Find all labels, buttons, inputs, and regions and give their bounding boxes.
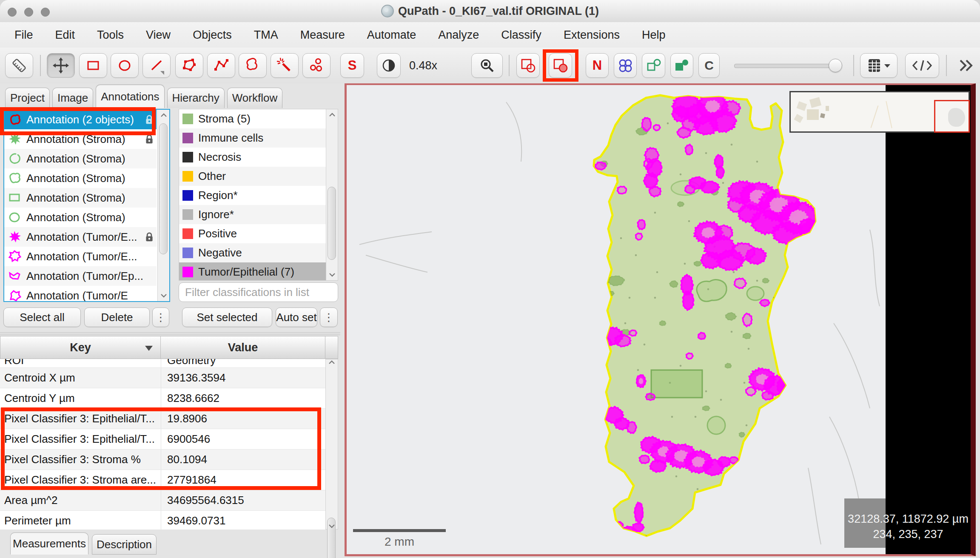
class-item[interactable]: Negative xyxy=(179,243,326,262)
annotation-item[interactable]: Annotation (Tumor/E... xyxy=(4,227,157,247)
show-annotations-button[interactable] xyxy=(516,53,540,78)
measurement-row[interactable]: Centroid X µm39136.3594 xyxy=(0,368,325,388)
green-rectangle-icon xyxy=(8,191,22,205)
class-item[interactable]: Stroma (5) xyxy=(179,109,326,128)
key-column-header[interactable]: Key xyxy=(0,336,161,359)
measurement-row[interactable]: ROIGeometry xyxy=(0,359,325,368)
brush-tool-button[interactable] xyxy=(239,53,267,78)
detection-boundaries-icon xyxy=(644,56,663,75)
names-label: N xyxy=(593,58,602,73)
measurement-row[interactable]: Centroid Y µm8238.6662 xyxy=(0,388,325,409)
code-icon xyxy=(911,57,933,74)
selection-mode-button[interactable]: S xyxy=(340,53,364,78)
green-blob-icon xyxy=(8,171,22,185)
measure-tool-button[interactable] xyxy=(5,53,33,78)
show-classification-button[interactable]: C xyxy=(698,53,720,78)
wand-tool-button[interactable] xyxy=(271,53,299,78)
menu-tools[interactable]: Tools xyxy=(97,28,124,42)
polyline-tool-button[interactable] xyxy=(207,53,235,78)
menu-automate[interactable]: Automate xyxy=(367,28,416,42)
close-window-button[interactable] xyxy=(8,8,17,17)
class-item[interactable]: Other xyxy=(179,167,326,186)
class-item[interactable]: Necrosis xyxy=(179,148,326,167)
panel-splitter[interactable] xyxy=(0,332,340,335)
menu-measure[interactable]: Measure xyxy=(300,28,345,42)
opacity-slider-thumb[interactable] xyxy=(829,59,842,72)
class-item[interactable]: Tumor/Epithelial (7) xyxy=(179,262,326,281)
rectangle-tool-button[interactable] xyxy=(79,53,107,78)
class-item[interactable]: Region* xyxy=(179,186,326,205)
class-color-chip xyxy=(182,114,193,124)
scale-bar-label: 2 mm xyxy=(353,535,446,549)
toolbar-overflow-button[interactable] xyxy=(956,56,975,77)
zoom-to-fit-button[interactable] xyxy=(471,53,503,78)
menu-objects[interactable]: Objects xyxy=(193,28,232,42)
tab-annotations[interactable]: Annotations xyxy=(96,85,164,108)
image-viewer[interactable]: 2 mm 32128.37, 11872.92 µm 234, 235, 237 xyxy=(345,83,976,556)
measurement-row[interactable]: Perimeter µm39469.0731 xyxy=(0,511,325,530)
menu-edit[interactable]: Edit xyxy=(55,28,75,42)
menu-view[interactable]: View xyxy=(146,28,171,42)
tab-measurements[interactable]: Measurements xyxy=(10,532,88,555)
annotation-more-button[interactable]: ⋮ xyxy=(152,307,169,327)
class-item[interactable]: Ignore* xyxy=(179,205,326,224)
set-selected-button[interactable]: Set selected xyxy=(182,307,272,327)
class-more-button[interactable]: ⋮ xyxy=(320,307,338,327)
class-filter-input[interactable] xyxy=(179,283,338,302)
tab-workflow[interactable]: Workflow xyxy=(227,88,282,108)
show-names-button[interactable]: N xyxy=(586,53,609,78)
tab-description[interactable]: Description xyxy=(92,534,157,555)
show-detections-button[interactable] xyxy=(614,53,637,78)
toolbar: S 0.48x N C xyxy=(0,48,980,84)
menu-analyze[interactable]: Analyze xyxy=(438,28,479,42)
ellipse-tool-button[interactable] xyxy=(111,53,139,78)
annotation-item[interactable]: Annotation (Stroma) xyxy=(4,208,157,227)
detection-boundaries-button[interactable] xyxy=(642,53,665,78)
menu-classify[interactable]: Classify xyxy=(501,28,541,42)
lock-icon xyxy=(144,231,155,242)
line-tool-button[interactable] xyxy=(142,53,171,78)
points-tool-button[interactable] xyxy=(302,53,330,78)
annotation-item[interactable]: Annotation (Stroma) xyxy=(4,188,157,208)
tissue-overlay xyxy=(347,85,971,554)
menu-help[interactable]: Help xyxy=(642,28,666,42)
zoom-window-button[interactable] xyxy=(41,8,50,17)
annotation-item[interactable]: Annotation (Tumor/E... xyxy=(4,247,157,266)
menu-file[interactable]: File xyxy=(14,28,33,42)
tab-hierarchy[interactable]: Hierarchy xyxy=(167,88,225,108)
class-color-chip xyxy=(182,171,193,182)
annotation-item[interactable]: Annotation (Tumor/E xyxy=(4,286,157,302)
class-list-scrollbar[interactable] xyxy=(326,109,338,280)
qupath-window: QuPath - 0_KI67_val.tif ORIGINAL (1) Fil… xyxy=(0,0,980,558)
class-item[interactable]: Immune cells xyxy=(179,128,326,148)
brightness-contrast-button[interactable] xyxy=(377,53,401,78)
tab-image[interactable]: Image xyxy=(52,88,93,108)
value-column-header[interactable]: Value xyxy=(161,336,325,359)
overview-thumbnail[interactable] xyxy=(789,91,970,133)
select-all-button[interactable]: Select all xyxy=(3,307,81,327)
tab-project[interactable]: Project xyxy=(5,88,50,108)
opacity-slider-track[interactable] xyxy=(734,64,841,68)
menu-extensions[interactable]: Extensions xyxy=(564,28,620,42)
annotation-item[interactable]: Annotation (Tumor/Ep... xyxy=(4,266,157,286)
panel-tabs: Project Image Annotations Hierarchy Work… xyxy=(5,83,282,108)
fill-detections-button[interactable] xyxy=(670,53,693,78)
annotation-item[interactable]: Annotation (Stroma) xyxy=(4,168,157,188)
annotation-highlight-box xyxy=(0,107,156,135)
annotation-item[interactable]: Annotation (Stroma) xyxy=(4,149,157,168)
measurement-highlight-box xyxy=(1,407,321,490)
detections-icon xyxy=(616,56,635,75)
delete-button[interactable]: Delete xyxy=(84,307,150,327)
ruler-icon xyxy=(10,56,28,75)
menu-tma[interactable]: TMA xyxy=(254,28,278,42)
move-tool-button[interactable] xyxy=(47,53,75,78)
annotation-list-scrollbar[interactable] xyxy=(157,110,169,301)
measurement-table-scrollbar[interactable] xyxy=(325,359,338,530)
script-editor-button[interactable] xyxy=(905,53,939,78)
measurement-tables-button[interactable] xyxy=(860,53,897,78)
measurement-row[interactable]: Area µm^234695564.6315 xyxy=(0,490,325,511)
class-item[interactable]: Positive xyxy=(179,224,326,243)
polygon-tool-button[interactable] xyxy=(175,53,203,78)
auto-set-button[interactable]: Auto set xyxy=(276,307,317,327)
minimize-window-button[interactable] xyxy=(24,8,33,17)
